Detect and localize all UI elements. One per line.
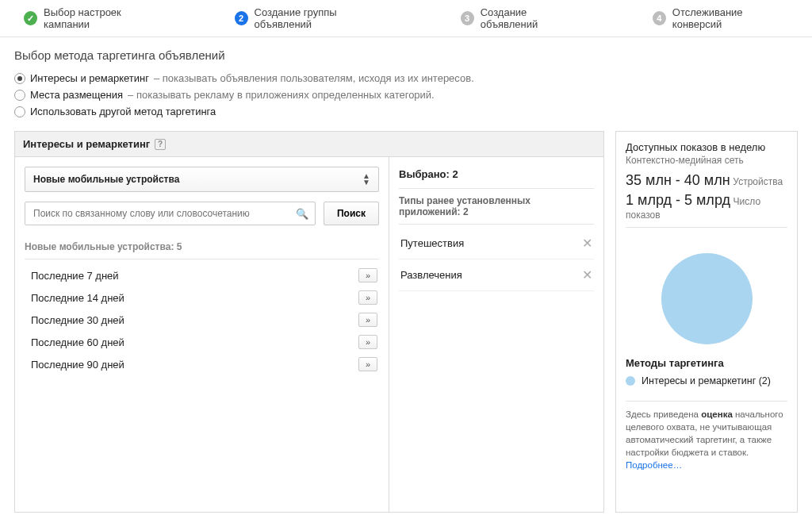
search-button[interactable]: Поиск <box>324 202 379 225</box>
add-button[interactable]: » <box>358 268 377 282</box>
radio-label: Интересы и ремаркетинг <box>30 72 149 84</box>
search-input-wrap: 🔍 <box>25 202 316 225</box>
section-title: Выбор метода таргетинга объявлений <box>0 37 812 70</box>
radio-icon <box>14 73 25 84</box>
radio-icon <box>14 106 25 117</box>
radio-icon <box>14 90 25 101</box>
device-option[interactable]: Последние 60 дней » <box>25 331 379 353</box>
option-label: Последние 60 дней <box>26 336 124 348</box>
device-option[interactable]: Последние 7 дней » <box>25 264 379 286</box>
radio-desc: – показывать объявления пользователям, и… <box>154 72 474 84</box>
option-label: Последние 14 дней <box>26 292 124 304</box>
selected-label: Путешествия <box>400 237 464 249</box>
note-text: Здесь приведена <box>626 409 701 419</box>
device-option[interactable]: Последние 30 дней » <box>25 309 379 331</box>
stepper: ✓ Выбор настроек кампании 2 Создание гру… <box>0 0 812 37</box>
device-option[interactable]: Последние 90 дней » <box>25 353 379 375</box>
option-label: Последние 30 дней <box>26 314 124 326</box>
targeting-radio-group: Интересы и ремаркетинг – показывать объя… <box>0 70 812 131</box>
updown-icon: ▲▼ <box>362 173 370 186</box>
selected-subhead: Типы ранее установленных приложений: 2 <box>399 188 594 225</box>
estimate-note: Здесь приведена оценка начального целево… <box>626 408 787 471</box>
remove-icon[interactable]: ✕ <box>582 236 592 251</box>
interests-panel: Интересы и ремаркетинг ? Новые мобильные… <box>14 131 604 513</box>
pie-slice <box>661 253 753 344</box>
selected-title: Выбрано: 2 <box>399 167 594 188</box>
radio-placements[interactable]: Места размещения – показывать рекламу в … <box>14 86 798 103</box>
option-label: Последние 90 дней <box>26 359 124 371</box>
learn-more-link[interactable]: Подробнее… <box>626 460 682 470</box>
step-number-icon: 3 <box>461 11 474 25</box>
list-subhead: Новые мобильные устройства: 5 <box>25 236 379 259</box>
selected-item: Путешествия ✕ <box>399 228 594 259</box>
stats-line2: Контекстно-медийная сеть <box>626 155 787 166</box>
add-button[interactable]: » <box>358 290 377 305</box>
add-button[interactable]: » <box>358 357 377 371</box>
radio-label: Использовать другой метод таргетинга <box>30 106 216 117</box>
radio-label: Места размещения <box>30 89 123 101</box>
legend-title: Методы таргетинга <box>626 357 787 369</box>
device-option[interactable]: Последние 14 дней » <box>25 286 379 309</box>
note-bold: оценка <box>701 409 733 419</box>
add-button[interactable]: » <box>358 313 377 327</box>
dropdown-label: Новые мобильные устройства <box>33 174 179 185</box>
step-1[interactable]: ✓ Выбор настроек кампании <box>24 6 163 30</box>
pie-chart <box>626 234 787 354</box>
stats-line1: Доступных показов в неделю <box>626 141 787 153</box>
step-3[interactable]: 3 Создание объявлений <box>461 6 581 30</box>
category-dropdown[interactable]: Новые мобильные устройства ▲▼ <box>25 167 379 192</box>
step-label: Создание группы объявлений <box>255 6 389 30</box>
panel-header: Интересы и ремаркетинг ? <box>15 132 603 157</box>
selected-label: Развлечения <box>400 269 462 281</box>
search-input[interactable] <box>25 202 315 225</box>
radio-interests[interactable]: Интересы и ремаркетинг – показывать объя… <box>14 70 798 86</box>
add-button[interactable]: » <box>358 335 377 349</box>
legend-item: Интересы и ремаркетинг (2) <box>626 375 787 386</box>
search-icon: 🔍 <box>296 208 308 220</box>
radio-other[interactable]: Использовать другой метод таргетинга <box>14 103 798 120</box>
step-number-icon: 2 <box>235 11 248 25</box>
range-unit: Устройства <box>733 176 783 187</box>
check-icon: ✓ <box>24 11 37 25</box>
range-impressions: 1 млрд - 5 млрд <box>626 192 730 208</box>
panel-title: Интересы и ремаркетинг <box>23 138 150 150</box>
range-devices: 35 млн - 40 млн <box>626 172 730 188</box>
step-number-icon: 4 <box>653 11 666 25</box>
step-label: Отслеживание конверсий <box>672 6 788 30</box>
selected-item: Развлечения ✕ <box>399 259 594 291</box>
stats-panel: Доступных показов в неделю Контекстно-ме… <box>615 131 798 513</box>
step-2[interactable]: 2 Создание группы объявлений <box>235 6 389 30</box>
radio-desc: – показывать рекламу в приложениях опред… <box>128 89 435 101</box>
step-label: Создание объявлений <box>481 6 581 30</box>
legend-label: Интересы и ремаркетинг (2) <box>642 375 771 386</box>
legend-dot-icon <box>626 376 635 386</box>
step-label: Выбор настроек кампании <box>44 6 163 30</box>
help-icon[interactable]: ? <box>155 139 166 150</box>
remove-icon[interactable]: ✕ <box>582 267 592 282</box>
step-4[interactable]: 4 Отслеживание конверсий <box>653 6 788 30</box>
option-label: Последние 7 дней <box>26 270 119 282</box>
